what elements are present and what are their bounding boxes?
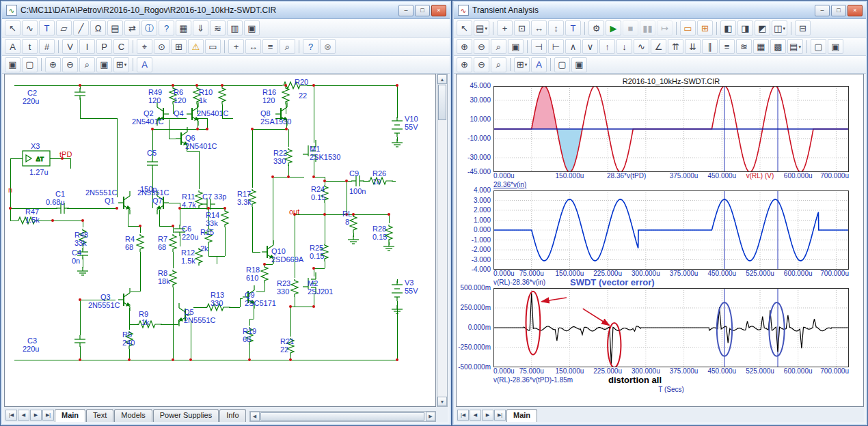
- copy-graph-icon[interactable]: ▢: [811, 39, 826, 54]
- text-mode-icon[interactable]: T: [565, 20, 581, 36]
- maximize-button[interactable]: □: [831, 5, 846, 16]
- scroll-right-arrow[interactable]: ▶: [426, 412, 435, 421]
- stack-icon[interactable]: ▤▾: [787, 39, 803, 54]
- zoom-area-icon[interactable]: ⌕: [79, 57, 95, 72]
- copy-icon[interactable]: ▢: [22, 57, 38, 72]
- zoom-out-icon[interactable]: ⊖: [474, 57, 489, 72]
- minimize-button[interactable]: –: [815, 5, 830, 16]
- curve-legend-label[interactable]: 28.36*v(in): [493, 181, 526, 188]
- copy-page-icon[interactable]: ▢: [554, 57, 570, 72]
- find-icon[interactable]: ⌕: [280, 39, 295, 54]
- first-tab-button[interactable]: |◀: [457, 410, 469, 421]
- tab-main[interactable]: Main: [506, 409, 537, 422]
- stretch-icon[interactable]: ↔: [245, 39, 261, 54]
- browse-icon[interactable]: ▤: [107, 20, 123, 36]
- zoom-100-icon[interactable]: ⌕: [491, 57, 506, 72]
- valley-icon[interactable]: ∨: [582, 39, 598, 54]
- paste-icon[interactable]: ▣: [571, 57, 587, 72]
- scroll-up-arrow[interactable]: ▲: [437, 74, 447, 84]
- low-icon[interactable]: ↓: [616, 39, 632, 54]
- waveform-buffer-icon[interactable]: ≋: [736, 39, 752, 54]
- font-icon[interactable]: A: [531, 57, 547, 72]
- warning-icon[interactable]: ⚠: [188, 39, 204, 54]
- plot-canvas-3[interactable]: SID1.25%Cross-Over: [493, 288, 849, 367]
- select-icon[interactable]: ↖: [5, 20, 21, 36]
- flip-icon[interactable]: ⇄: [124, 20, 140, 36]
- curve-legend-label[interactable]: distortion all: [608, 375, 662, 385]
- inflection-icon[interactable]: ∿: [634, 39, 649, 54]
- peak-icon[interactable]: ∧: [565, 39, 581, 54]
- probe-icon[interactable]: ▭: [680, 20, 696, 36]
- zoom-in-icon[interactable]: ⊕: [457, 39, 472, 54]
- global-low-icon[interactable]: ⇊: [685, 39, 701, 54]
- node-conditions-icon[interactable]: C: [113, 39, 129, 54]
- select-icon[interactable]: ↖: [457, 20, 472, 36]
- stop-icon[interactable]: ■: [623, 20, 638, 36]
- screenshot-icon[interactable]: ▣: [96, 57, 112, 72]
- curve-legend-label[interactable]: SWDT (vector error): [570, 277, 655, 287]
- horizontal-lines-icon[interactable]: ≡: [719, 39, 735, 54]
- crosshair-icon[interactable]: +: [228, 39, 244, 54]
- go-right-icon[interactable]: ⊢: [548, 39, 564, 54]
- prev-tab-button[interactable]: ◀: [470, 410, 481, 421]
- maximize-button[interactable]: □: [415, 5, 430, 16]
- last-tab-button[interactable]: ▶|: [494, 410, 506, 421]
- go-left-icon[interactable]: ⊣: [531, 39, 547, 54]
- curve-legend-label[interactable]: v(RL)-28.36*v(tPD)-1.85m: [493, 376, 573, 384]
- zoom-in-icon[interactable]: ⊕: [45, 57, 61, 72]
- pane-left-icon[interactable]: ◧: [720, 20, 736, 36]
- tab-info[interactable]: Info: [219, 409, 245, 422]
- exit-mode-icon[interactable]: ⊗: [320, 39, 336, 54]
- node-powers-icon[interactable]: P: [96, 39, 112, 54]
- grid-options-icon[interactable]: ⊞▾: [113, 57, 129, 72]
- zoom-out-icon[interactable]: ⊖: [474, 39, 489, 54]
- pane-grid-icon[interactable]: ◫▾: [772, 20, 787, 36]
- help-icon[interactable]: ?: [303, 39, 318, 54]
- next-tab-button[interactable]: ▶: [30, 410, 42, 421]
- pause-icon[interactable]: ▮▮: [640, 20, 655, 36]
- text-mode-icon[interactable]: T: [39, 20, 55, 36]
- pin-names-icon[interactable]: ⊙: [154, 39, 169, 54]
- tab-models[interactable]: Models: [114, 409, 152, 422]
- step-icon[interactable]: ↦: [657, 20, 673, 36]
- scroll-thumb[interactable]: [260, 412, 424, 421]
- overlay-icon[interactable]: ▦: [753, 39, 769, 54]
- grid-options-icon[interactable]: ⊞▾: [514, 57, 530, 72]
- horizontal-scrollbar[interactable]: ◀▶: [249, 411, 436, 422]
- node-voltages-icon[interactable]: V: [62, 39, 78, 54]
- vertical-tag-icon[interactable]: ↕: [548, 20, 564, 36]
- zoom-region-icon[interactable]: ⌕: [491, 39, 506, 54]
- analysis-plot-icon[interactable]: ≋: [210, 20, 226, 36]
- last-tab-button[interactable]: ▶|: [42, 410, 54, 421]
- paste-icon[interactable]: ▣: [5, 57, 21, 72]
- wire-mode-icon[interactable]: ∿: [22, 20, 38, 36]
- info-mode-icon[interactable]: ⓘ: [141, 20, 157, 36]
- slope-icon[interactable]: ∠: [651, 39, 666, 54]
- graphics-mode-icon[interactable]: ▱: [56, 20, 72, 36]
- horizontal-tag-icon[interactable]: ↔: [531, 20, 547, 36]
- pane-top-icon[interactable]: ◩: [755, 20, 770, 36]
- scroll-down-arrow[interactable]: ▼: [437, 397, 447, 406]
- close-button[interactable]: ×: [431, 5, 446, 16]
- attribute-text-icon[interactable]: A: [5, 39, 21, 54]
- node-currents-icon[interactable]: I: [79, 39, 95, 54]
- fetch-icon[interactable]: ⇓: [193, 20, 208, 36]
- grid-text-icon[interactable]: t: [22, 39, 38, 54]
- grid-icon[interactable]: ⊞: [171, 39, 187, 54]
- scroll-left-arrow[interactable]: ◀: [250, 412, 260, 421]
- pane-right-icon[interactable]: ◨: [737, 20, 753, 36]
- display-icon[interactable]: ▦: [176, 20, 191, 36]
- prev-tab-button[interactable]: ◀: [18, 410, 29, 421]
- close-button[interactable]: ×: [847, 5, 863, 16]
- run-icon[interactable]: ▶: [606, 20, 621, 36]
- font-icon[interactable]: A: [137, 57, 152, 72]
- probe-all-icon[interactable]: ⊞: [697, 20, 713, 36]
- picture-icon[interactable]: ▭: [205, 39, 221, 54]
- tab-text[interactable]: Text: [86, 409, 113, 422]
- properties-icon[interactable]: ⚙: [588, 20, 604, 36]
- scroll-thumb[interactable]: [438, 85, 446, 120]
- bus-icon[interactable]: ≡: [262, 39, 278, 54]
- next-tab-button[interactable]: ▶: [482, 410, 493, 421]
- schematic-titlebar[interactable]: ∿ C:\MC11\DATA\Petrov\R2016-10_Rogov\R20…: [2, 2, 450, 19]
- plot-canvas-1[interactable]: [493, 86, 849, 172]
